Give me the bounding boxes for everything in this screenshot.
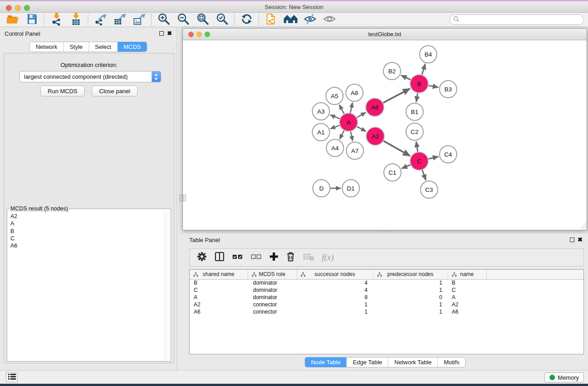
export-image-icon <box>133 13 146 27</box>
show-eye-button[interactable] <box>320 13 339 27</box>
tab-mcds[interactable]: MCDS <box>118 42 147 52</box>
tab-edge-table[interactable]: Edge Table <box>347 357 388 367</box>
graph-edge-C-C2[interactable] <box>416 142 417 152</box>
network-zoom-traffic-light[interactable] <box>205 32 210 37</box>
search-input[interactable] <box>459 16 583 24</box>
save-session-button[interactable] <box>22 13 42 27</box>
gear-icon[interactable] <box>197 252 207 263</box>
network-minimize-traffic-light[interactable] <box>196 32 202 37</box>
cell: 1 <box>373 308 448 315</box>
network-close-traffic-light[interactable] <box>188 32 194 37</box>
graph-edge-A-A1[interactable] <box>330 125 340 129</box>
tab-motifs[interactable]: Motifs <box>438 357 465 367</box>
mcds-result-list: A2ABCA6 <box>8 213 164 361</box>
criterion-dropdown[interactable]: largest connected component (directed) <box>19 71 161 82</box>
trash-icon[interactable] <box>286 252 295 263</box>
zoom-out-button[interactable] <box>173 13 193 27</box>
column-header-MCDS-role[interactable]: MCDS role <box>248 270 296 279</box>
tab-node-table[interactable]: Node Table <box>305 357 347 367</box>
graph-edge-A2-C[interactable] <box>383 141 410 156</box>
mcds-result-item[interactable]: A2 <box>8 213 164 220</box>
cell: B <box>190 279 248 286</box>
zoom-in-button[interactable] <box>154 13 173 27</box>
tab-style[interactable]: Style <box>64 42 89 52</box>
column-header-filler <box>486 270 583 279</box>
table-float-panel-icon[interactable] <box>570 238 574 242</box>
double-house-icon <box>283 14 298 26</box>
graph-edge-B-B1[interactable] <box>416 93 418 102</box>
column-header-name[interactable]: name <box>448 270 486 279</box>
import-table-button[interactable] <box>66 13 86 27</box>
graph-edge-A6-B[interactable] <box>383 89 410 103</box>
export-network-button[interactable] <box>91 13 110 27</box>
network-canvas[interactable]: B4B2BB3A8A5A6A3B1AA1C2A2A4A7C4CC1DD1C3 <box>183 40 587 230</box>
graph-edge-C-C4[interactable] <box>428 157 438 159</box>
graph-node-label: A4 <box>331 145 339 152</box>
show-columns-icon[interactable] <box>215 252 225 263</box>
graph-edge-C-C1[interactable] <box>402 165 410 168</box>
table-row[interactable]: A6connector11A6 <box>190 308 583 315</box>
close-traffic-light[interactable] <box>6 5 12 11</box>
zoom-selected-icon <box>216 13 229 27</box>
main-toolbar <box>0 13 588 27</box>
cell: connector <box>248 301 296 308</box>
graph-edge-A-A3[interactable] <box>330 115 339 119</box>
graph-edge-A-A2[interactable] <box>357 127 366 132</box>
mcds-result-item[interactable]: C <box>8 235 164 242</box>
column-header-successor-nodes[interactable]: successor nodes <box>296 270 373 279</box>
graph-edge-A-A4[interactable] <box>339 131 344 139</box>
table-row[interactable]: Cdominator41C <box>190 286 583 294</box>
hide-selected-button[interactable] <box>300 13 320 27</box>
canvas-scrollbar-fragment[interactable] <box>183 195 186 201</box>
export-table-button[interactable] <box>110 13 129 27</box>
graph-edge-B-B2[interactable] <box>401 75 411 80</box>
graph-edge-B-B3[interactable] <box>429 86 439 87</box>
graph-edge-A-A6[interactable] <box>357 112 366 117</box>
network-window-titlebar[interactable]: testGlobe.txt <box>183 29 587 40</box>
mcds-result-item[interactable]: B <box>8 228 164 235</box>
graph-edge-A-A7[interactable] <box>351 131 353 141</box>
tab-select[interactable]: Select <box>89 42 118 52</box>
column-header-shared-name[interactable]: shared name <box>190 270 248 279</box>
search-box[interactable] <box>449 14 584 25</box>
table-close-panel-icon[interactable]: ✖ <box>578 236 583 243</box>
cell: 1 <box>373 279 448 286</box>
column-header-predecessor-nodes[interactable]: predecessor nodes <box>373 270 448 279</box>
add-column-icon[interactable] <box>269 252 278 263</box>
app-window: Session: New Session <box>0 0 588 386</box>
close-panel-button[interactable]: Close panel <box>92 86 138 96</box>
tab-network[interactable]: Network <box>30 42 64 52</box>
resize-grip-icon[interactable] <box>583 225 587 229</box>
tab-network-table[interactable]: Network Table <box>388 357 438 367</box>
zoom-fit-button[interactable] <box>193 13 212 27</box>
table-row[interactable]: Adominator80A <box>190 294 583 301</box>
zoom-traffic-light[interactable] <box>24 5 30 11</box>
graph-edge-A-A8[interactable] <box>350 103 353 113</box>
houses-button[interactable] <box>281 13 300 27</box>
network-file-button[interactable] <box>261 13 281 27</box>
table-row[interactable]: Bdominator41B <box>190 279 583 286</box>
control-panel-title: Control Panel <box>5 30 40 37</box>
deselect-all-icon[interactable] <box>251 253 262 262</box>
mcds-result-item[interactable]: A <box>8 220 164 227</box>
zoom-selected-button[interactable] <box>212 13 232 27</box>
graph-edge-A-A5[interactable] <box>339 105 344 114</box>
select-all-icon[interactable] <box>232 253 243 262</box>
attribute-type-icon <box>452 272 457 278</box>
mcds-result-item[interactable]: A6 <box>8 242 164 249</box>
table-row[interactable]: A2connector11A2 <box>190 301 583 308</box>
graph-edge-B-B4[interactable] <box>422 64 425 75</box>
result-list-scrollbar[interactable] <box>164 213 170 361</box>
run-mcds-button[interactable]: Run MCDS <box>40 86 85 96</box>
open-file-button[interactable] <box>3 13 22 27</box>
memory-button[interactable]: Memory <box>545 372 584 382</box>
minimize-traffic-light[interactable] <box>15 5 21 11</box>
close-panel-icon[interactable]: ✖ <box>167 30 172 37</box>
import-network-button[interactable] <box>47 13 66 27</box>
resize-grip-icon[interactable] <box>585 227 587 229</box>
refresh-layout-button[interactable] <box>237 13 256 27</box>
task-list-button[interactable] <box>6 372 18 382</box>
export-image-button[interactable] <box>129 13 149 27</box>
float-panel-icon[interactable] <box>159 31 164 36</box>
graph-edge-C-C3[interactable] <box>422 170 426 180</box>
